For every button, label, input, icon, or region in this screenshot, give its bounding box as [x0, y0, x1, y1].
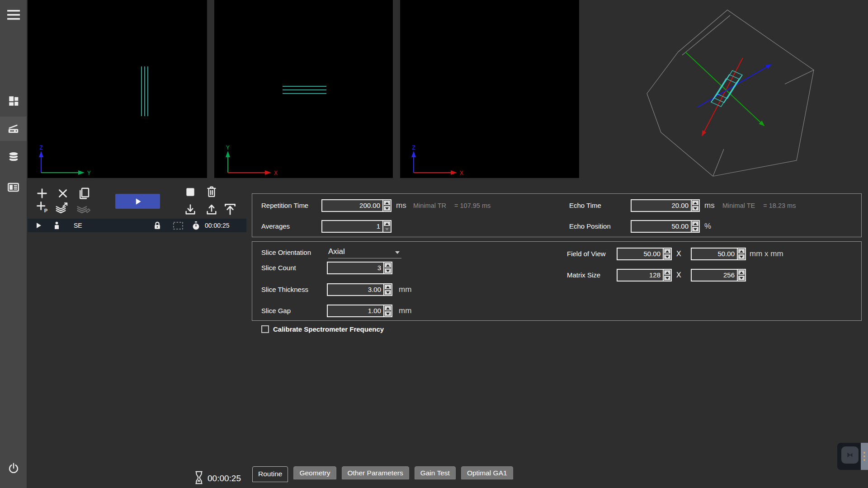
spin-down-button[interactable] — [664, 254, 670, 259]
sidebar-item-dashboard[interactable] — [0, 89, 27, 113]
matrix-x-input[interactable]: 128 — [617, 269, 672, 282]
svg-text:P: P — [44, 208, 48, 213]
slice-orientation-dropdown[interactable]: Axial — [328, 246, 401, 258]
add-protocol-button[interactable]: P — [36, 201, 48, 213]
stop-button[interactable] — [184, 186, 196, 198]
hamburger-menu-icon[interactable] — [0, 3, 27, 27]
copy-button[interactable] — [77, 187, 91, 200]
remove-button[interactable] — [57, 187, 69, 200]
stack-edit-button[interactable] — [76, 202, 91, 215]
sidebar-item-protocols[interactable] — [0, 175, 27, 199]
slice-thickness-input[interactable]: 3.00 — [327, 283, 392, 296]
echo-position-input[interactable]: 50.00 — [631, 220, 700, 233]
tab-other-parameters[interactable]: Other Parameters — [342, 466, 409, 479]
slice-gap-input[interactable]: 1.00 — [327, 305, 392, 317]
spin-up-button[interactable] — [738, 249, 745, 253]
tab-optimal-ga1[interactable]: Optimal GA1 — [461, 466, 513, 479]
power-button[interactable] — [0, 456, 27, 480]
minimal-tr-text: Minimal TR= 107.95 ms — [413, 199, 491, 212]
drag-dots-icon[interactable] — [861, 443, 868, 470]
scene-3d-view[interactable] — [579, 0, 868, 186]
slice-line — [283, 89, 326, 90]
spin-down-button[interactable] — [385, 290, 391, 295]
stack-edit-icon — [76, 202, 91, 215]
spin-up-button[interactable] — [692, 221, 698, 226]
stack-export-icon — [55, 202, 69, 215]
spin-down-button[interactable] — [384, 227, 390, 231]
spin-up-button[interactable] — [385, 263, 391, 267]
spin-down-button[interactable] — [692, 227, 698, 231]
stack-export-button[interactable] — [55, 202, 69, 215]
axis-indicator: Y X — [221, 145, 288, 177]
fov-y-input[interactable]: 50.00 — [691, 248, 746, 260]
spin-up-button[interactable] — [385, 306, 391, 310]
echo-time-label: Echo Time — [569, 199, 601, 212]
delete-button[interactable] — [205, 185, 218, 199]
spin-up-button[interactable] — [692, 201, 698, 205]
spin-down-button[interactable] — [692, 206, 698, 211]
spin-up-button[interactable] — [385, 285, 391, 289]
chevron-down-icon — [395, 251, 400, 254]
spin-down-button[interactable] — [385, 311, 391, 316]
lock-icon[interactable] — [153, 221, 161, 230]
scan-toolbar: P — [28, 181, 246, 219]
trash-icon — [205, 185, 218, 199]
axis-label-horizontal: Y — [87, 169, 91, 176]
elapsed-time: 00:00:25 — [208, 474, 241, 483]
slice-line — [141, 66, 142, 116]
run-scan-button[interactable] — [115, 194, 160, 209]
calibrate-checkbox[interactable] — [261, 325, 269, 333]
sidebar-item-database[interactable] — [0, 145, 27, 169]
application-window: Z Y Y X Z X — [0, 0, 868, 488]
repetition-time-input[interactable]: 200.00 — [321, 199, 392, 212]
spin-down-button[interactable] — [384, 206, 390, 211]
sidebar-item-scanner[interactable] — [0, 117, 27, 141]
minimal-te-text: Minimal TE= 18.23 ms — [722, 199, 796, 212]
play-icon[interactable] — [35, 222, 42, 229]
parameter-tabs: Routine Geometry Other Parameters Gain T… — [252, 466, 513, 482]
spin-up-button[interactable] — [664, 270, 670, 275]
copy-icon — [77, 187, 91, 200]
stop-icon — [184, 186, 196, 198]
tab-geometry[interactable]: Geometry — [293, 466, 336, 479]
viewport-2[interactable]: Y X — [214, 0, 393, 178]
power-icon — [8, 462, 19, 474]
slice-count-input[interactable]: 3 — [327, 262, 392, 274]
field-of-view-label: Field of View — [567, 248, 606, 260]
spin-down-button[interactable] — [385, 268, 391, 273]
spin-down-button[interactable] — [664, 276, 670, 280]
spin-up-button[interactable] — [384, 201, 390, 205]
tab-routine[interactable]: Routine — [252, 466, 288, 482]
spin-up-button[interactable] — [664, 249, 670, 253]
timing-parameters-panel: Repetition Time 200.00 ms Minimal TR= 10… — [252, 193, 862, 237]
dashboard-grid-icon — [8, 95, 19, 107]
spin-up-button[interactable] — [384, 221, 390, 226]
download-icon — [184, 203, 197, 216]
viewport-3[interactable]: Z X — [400, 0, 579, 178]
matrix-y-input[interactable]: 256 — [691, 269, 746, 282]
scan-queue-item[interactable]: SE 00:00:25 — [28, 219, 246, 232]
download-button[interactable] — [184, 203, 197, 216]
axis-indicator: Z X — [406, 145, 474, 177]
x-axis-arrow — [702, 58, 743, 136]
spin-down-button[interactable] — [738, 254, 745, 259]
repetition-time-unit: ms — [396, 199, 406, 212]
list-card-icon — [7, 181, 19, 193]
bowtie-logo-icon[interactable] — [841, 446, 859, 464]
spin-up-button[interactable] — [738, 270, 745, 275]
upload-top-button[interactable] — [223, 202, 237, 216]
dashed-selection-icon[interactable] — [173, 222, 183, 230]
upload-icon — [205, 203, 218, 216]
slice-gap-unit: mm — [399, 305, 411, 317]
echo-time-input[interactable]: 20.00 — [631, 199, 700, 212]
fov-x-input[interactable]: 50.00 — [617, 248, 672, 260]
matrix-size-label: Matrix Size — [567, 269, 600, 282]
viewport-1[interactable]: Z Y — [28, 0, 207, 178]
add-button[interactable] — [36, 187, 48, 200]
spin-down-button[interactable] — [738, 276, 745, 280]
upload-button[interactable] — [205, 203, 218, 216]
averages-input[interactable]: 1 — [321, 220, 392, 233]
calibrate-frequency-row[interactable]: Calibrate Spectrometer Frequency — [261, 325, 384, 333]
tab-gain-test[interactable]: Gain Test — [415, 466, 456, 479]
slice-line — [283, 86, 326, 87]
